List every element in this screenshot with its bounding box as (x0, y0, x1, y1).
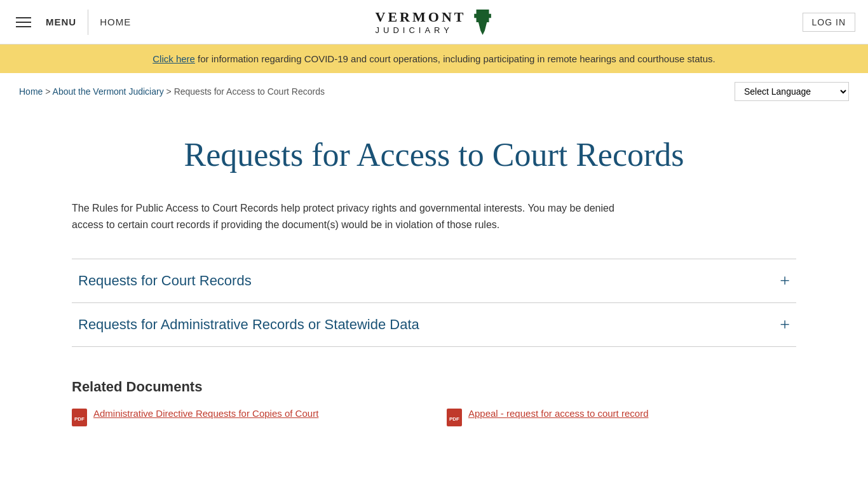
alert-banner: Click here for information regarding COV… (0, 44, 868, 73)
breadcrumb-parent[interactable]: About the Vermont Judiciary (53, 86, 164, 97)
svg-text:PDF: PDF (74, 416, 85, 422)
breadcrumb-row: Home > About the Vermont Judiciary > Req… (0, 73, 868, 110)
accordion-expand-icon-court-records: + (780, 272, 790, 290)
accordion-header-admin-records[interactable]: Requests for Administrative Records or S… (78, 316, 790, 334)
accordion-title-admin-records: Requests for Administrative Records or S… (78, 316, 419, 333)
doc-item-appeal-request: PDF Appeal - request for access to court… (447, 408, 796, 426)
alert-link[interactable]: Click here (153, 53, 195, 64)
accordion: Requests for Court Records + Requests fo… (72, 259, 796, 347)
language-select[interactable]: Select Language Spanish French Portugues… (735, 82, 849, 101)
page-title: Requests for Access to Court Records (72, 135, 796, 175)
breadcrumb-home[interactable]: Home (19, 86, 43, 97)
accordion-expand-icon-admin-records: + (780, 316, 790, 334)
doc-link-admin-directive[interactable]: Administrative Directive Requests for Co… (93, 408, 318, 419)
breadcrumb-sep1: > (45, 86, 52, 97)
accordion-item-court-records: Requests for Court Records + (72, 259, 796, 302)
accordion-title-court-records: Requests for Court Records (78, 273, 252, 289)
logo-wrapper: VERMONT JUDICIARY (376, 9, 493, 35)
pdf-icon-appeal-request: PDF (447, 409, 462, 426)
logo-area: VERMONT JUDICIARY (376, 9, 493, 35)
header-divider (88, 10, 88, 35)
related-docs-section: Related Documents PDF Administrative Dir… (72, 379, 796, 426)
breadcrumb: Home > About the Vermont Judiciary > Req… (19, 86, 325, 97)
accordion-header-court-records[interactable]: Requests for Court Records + (78, 272, 790, 290)
alert-message: for information regarding COVID-19 and c… (195, 53, 715, 64)
pdf-icon-admin-directive: PDF (72, 409, 87, 426)
menu-label[interactable]: MENU (46, 17, 76, 27)
main-content: Requests for Access to Court Records The… (53, 110, 815, 464)
header-left: MENU HOME (13, 10, 131, 35)
doc-link-appeal-request[interactable]: Appeal - request for access to court rec… (468, 408, 648, 419)
breadcrumb-current: Requests for Access to Court Records (174, 86, 325, 97)
breadcrumb-sep2: > (166, 86, 174, 97)
menu-button[interactable] (13, 14, 34, 30)
docs-grid: PDF Administrative Directive Requests fo… (72, 408, 796, 426)
doc-item-admin-directive: PDF Administrative Directive Requests fo… (72, 408, 421, 426)
intro-text: The Rules for Public Access to Court Rec… (72, 200, 644, 233)
related-docs-title: Related Documents (72, 379, 796, 395)
home-link[interactable]: HOME (100, 17, 131, 27)
site-header: MENU HOME VERMONT JUDICIARY LOG IN (0, 0, 868, 44)
login-button[interactable]: LOG IN (803, 13, 855, 32)
accordion-item-admin-records: Requests for Administrative Records or S… (72, 302, 796, 347)
vermont-state-icon (472, 10, 492, 35)
vermont-text: VERMONT (376, 9, 466, 25)
judiciary-text: JUDICIARY (376, 25, 466, 35)
svg-text:PDF: PDF (449, 416, 459, 422)
logo-text: VERMONT JUDICIARY (376, 9, 466, 35)
